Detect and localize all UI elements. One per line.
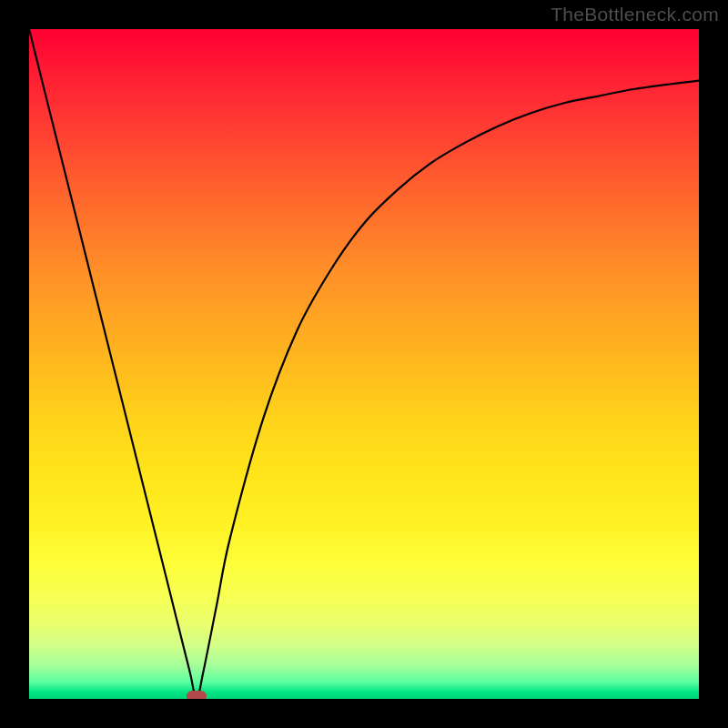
- watermark-text: TheBottleneck.com: [551, 4, 719, 25]
- curve-svg: [29, 29, 699, 699]
- bottleneck-curve: [29, 29, 699, 699]
- chart-container: TheBottleneck.com: [0, 0, 728, 728]
- plot-area: [29, 29, 699, 699]
- minimum-marker: [187, 691, 207, 699]
